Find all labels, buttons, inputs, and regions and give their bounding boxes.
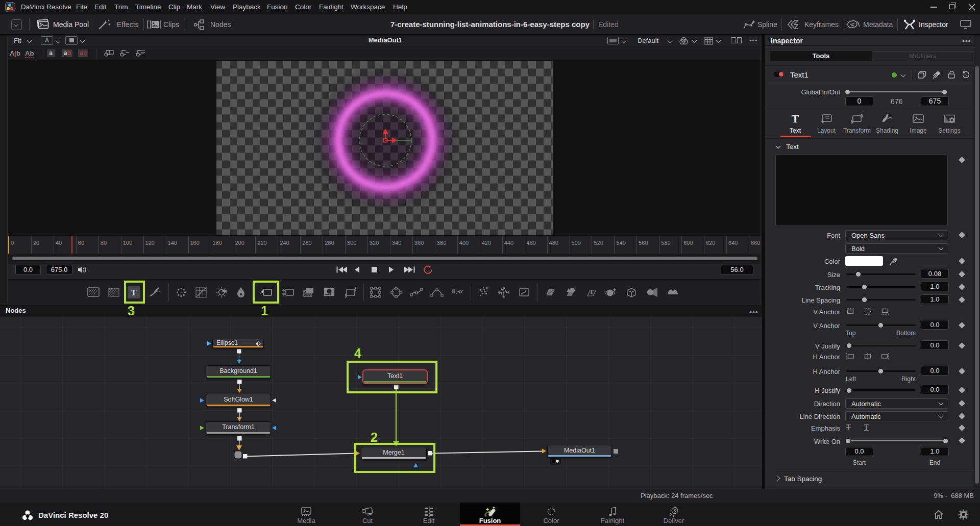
svg-text:T: T — [792, 113, 799, 125]
svg-text:T: T — [590, 288, 594, 295]
